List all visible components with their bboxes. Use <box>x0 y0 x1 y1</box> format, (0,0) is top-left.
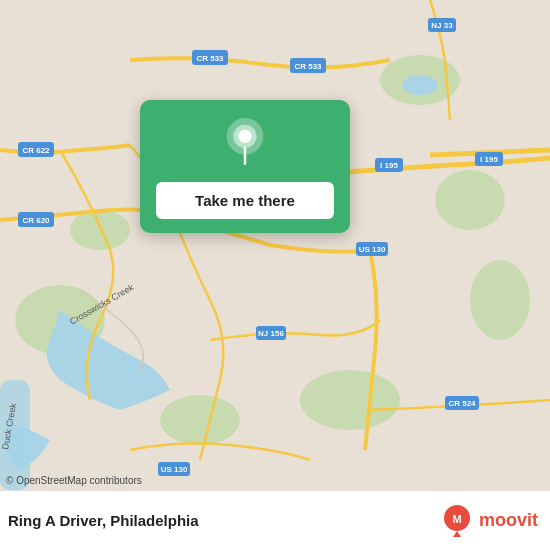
svg-point-5 <box>70 210 130 250</box>
svg-point-6 <box>300 370 400 430</box>
map-svg: CR 533 CR 533 CR 622 CR 620 I 195 I 195 … <box>0 0 550 490</box>
svg-point-9 <box>402 75 438 95</box>
bottom-left: Ring A Driver, Philadelphia <box>8 512 199 529</box>
svg-point-36 <box>238 130 251 143</box>
svg-text:NJ 156: NJ 156 <box>258 329 284 338</box>
svg-point-3 <box>470 260 530 340</box>
location-card: Take me there <box>140 100 350 233</box>
svg-text:CR 620: CR 620 <box>22 216 50 225</box>
svg-text:CR 622: CR 622 <box>22 146 50 155</box>
moovit-brand-text: moovit <box>479 510 538 531</box>
svg-point-2 <box>435 170 505 230</box>
moovit-logo: M moovit <box>441 505 538 537</box>
map-attribution: © OpenStreetMap contributors <box>6 475 142 486</box>
svg-point-7 <box>160 395 240 445</box>
svg-text:CR 533: CR 533 <box>196 54 224 63</box>
svg-text:M: M <box>452 513 461 525</box>
svg-text:I 195: I 195 <box>380 161 398 170</box>
app-title: Ring A Driver, Philadelphia <box>8 512 199 529</box>
map-view[interactable]: CR 533 CR 533 CR 622 CR 620 I 195 I 195 … <box>0 0 550 490</box>
moovit-brand-icon: M <box>441 505 473 537</box>
take-me-there-button[interactable]: Take me there <box>156 182 334 219</box>
svg-text:US 130: US 130 <box>359 245 386 254</box>
svg-text:NJ 33: NJ 33 <box>431 21 453 30</box>
bottom-bar: Ring A Driver, Philadelphia M moovit <box>0 490 550 550</box>
svg-text:CR 524: CR 524 <box>448 399 476 408</box>
svg-text:I 195: I 195 <box>480 155 498 164</box>
location-pin-icon <box>220 118 270 168</box>
svg-text:US 130: US 130 <box>161 465 188 474</box>
svg-text:CR 533: CR 533 <box>294 62 322 71</box>
